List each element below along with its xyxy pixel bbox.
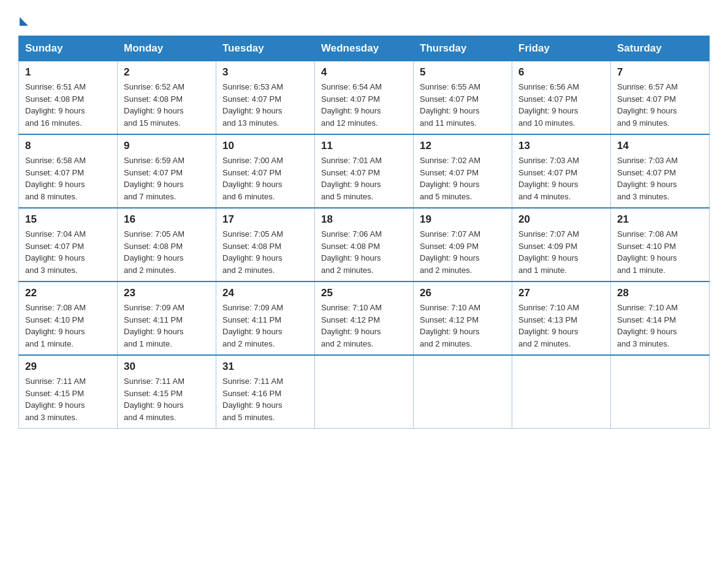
calendar-header-friday: Friday [512, 36, 611, 61]
calendar-cell: 10Sunrise: 7:00 AMSunset: 4:07 PMDayligh… [216, 134, 315, 208]
day-info: Sunrise: 7:11 AMSunset: 4:15 PMDaylight:… [124, 375, 210, 423]
calendar-header-saturday: Saturday [611, 36, 710, 61]
calendar-cell: 4Sunrise: 6:54 AMSunset: 4:07 PMDaylight… [315, 61, 414, 135]
page-header [18, 12, 710, 23]
calendar-week-row: 29Sunrise: 7:11 AMSunset: 4:15 PMDayligh… [19, 355, 710, 429]
day-number: 29 [25, 361, 111, 373]
day-info: Sunrise: 7:07 AMSunset: 4:09 PMDaylight:… [420, 228, 506, 276]
day-number: 27 [518, 287, 604, 299]
calendar-cell: 22Sunrise: 7:08 AMSunset: 4:10 PMDayligh… [19, 282, 118, 355]
logo [18, 12, 28, 23]
day-info: Sunrise: 7:09 AMSunset: 4:11 PMDaylight:… [124, 302, 210, 350]
calendar-cell: 18Sunrise: 7:06 AMSunset: 4:08 PMDayligh… [315, 208, 414, 282]
calendar-cell: 20Sunrise: 7:07 AMSunset: 4:09 PMDayligh… [512, 208, 611, 282]
day-number: 20 [518, 213, 604, 226]
day-number: 5 [420, 66, 506, 79]
day-info: Sunrise: 7:10 AMSunset: 4:12 PMDaylight:… [321, 302, 407, 350]
day-number: 30 [124, 361, 210, 373]
day-info: Sunrise: 6:56 AMSunset: 4:07 PMDaylight:… [518, 81, 604, 129]
day-number: 12 [420, 140, 506, 152]
calendar-cell: 19Sunrise: 7:07 AMSunset: 4:09 PMDayligh… [414, 208, 512, 282]
day-info: Sunrise: 6:57 AMSunset: 4:07 PMDaylight:… [617, 81, 703, 129]
calendar-header-row: SundayMondayTuesdayWednesdayThursdayFrid… [19, 36, 710, 61]
calendar-cell [315, 355, 414, 429]
calendar-cell: 31Sunrise: 7:11 AMSunset: 4:16 PMDayligh… [216, 355, 315, 429]
day-info: Sunrise: 7:04 AMSunset: 4:07 PMDaylight:… [25, 228, 111, 276]
calendar-week-row: 8Sunrise: 6:58 AMSunset: 4:07 PMDaylight… [19, 134, 710, 208]
day-number: 11 [321, 140, 407, 152]
day-number: 1 [25, 66, 111, 79]
calendar-header-tuesday: Tuesday [216, 36, 315, 61]
day-info: Sunrise: 7:10 AMSunset: 4:14 PMDaylight:… [617, 302, 703, 350]
day-number: 9 [124, 140, 210, 152]
day-number: 14 [617, 140, 703, 152]
day-info: Sunrise: 7:10 AMSunset: 4:13 PMDaylight:… [518, 302, 604, 350]
day-info: Sunrise: 6:53 AMSunset: 4:07 PMDaylight:… [222, 81, 308, 129]
day-info: Sunrise: 6:51 AMSunset: 4:08 PMDaylight:… [25, 81, 111, 129]
day-info: Sunrise: 7:05 AMSunset: 4:08 PMDaylight:… [124, 228, 210, 276]
day-info: Sunrise: 7:05 AMSunset: 4:08 PMDaylight:… [222, 228, 308, 276]
calendar-header-wednesday: Wednesday [315, 36, 414, 61]
day-info: Sunrise: 7:06 AMSunset: 4:08 PMDaylight:… [321, 228, 407, 276]
calendar-week-row: 22Sunrise: 7:08 AMSunset: 4:10 PMDayligh… [19, 282, 710, 355]
calendar-header-sunday: Sunday [19, 36, 118, 61]
day-number: 3 [222, 66, 308, 79]
calendar-cell: 23Sunrise: 7:09 AMSunset: 4:11 PMDayligh… [118, 282, 216, 355]
day-number: 26 [420, 287, 506, 299]
day-info: Sunrise: 7:10 AMSunset: 4:12 PMDaylight:… [420, 302, 506, 350]
calendar-cell [611, 355, 710, 429]
day-info: Sunrise: 6:59 AMSunset: 4:07 PMDaylight:… [124, 155, 210, 202]
day-number: 25 [321, 287, 407, 299]
calendar-cell: 12Sunrise: 7:02 AMSunset: 4:07 PMDayligh… [414, 134, 512, 208]
calendar-cell: 1Sunrise: 6:51 AMSunset: 4:08 PMDaylight… [19, 61, 118, 135]
day-number: 18 [321, 213, 407, 226]
day-number: 2 [124, 66, 210, 79]
calendar-cell: 14Sunrise: 7:03 AMSunset: 4:07 PMDayligh… [611, 134, 710, 208]
calendar-cell: 6Sunrise: 6:56 AMSunset: 4:07 PMDaylight… [512, 61, 611, 135]
calendar-cell: 30Sunrise: 7:11 AMSunset: 4:15 PMDayligh… [118, 355, 216, 429]
day-info: Sunrise: 6:58 AMSunset: 4:07 PMDaylight:… [25, 155, 111, 202]
logo-triangle-icon [20, 17, 28, 26]
day-number: 8 [25, 140, 111, 152]
day-info: Sunrise: 7:03 AMSunset: 4:07 PMDaylight:… [518, 155, 604, 202]
day-info: Sunrise: 7:03 AMSunset: 4:07 PMDaylight:… [617, 155, 703, 202]
day-number: 28 [617, 287, 703, 299]
day-number: 22 [25, 287, 111, 299]
calendar-cell: 8Sunrise: 6:58 AMSunset: 4:07 PMDaylight… [19, 134, 118, 208]
calendar-cell: 7Sunrise: 6:57 AMSunset: 4:07 PMDaylight… [611, 61, 710, 135]
day-number: 31 [222, 361, 308, 373]
day-info: Sunrise: 6:52 AMSunset: 4:08 PMDaylight:… [124, 81, 210, 129]
day-number: 21 [617, 213, 703, 226]
day-info: Sunrise: 7:00 AMSunset: 4:07 PMDaylight:… [222, 155, 308, 202]
calendar-cell: 9Sunrise: 6:59 AMSunset: 4:07 PMDaylight… [118, 134, 216, 208]
day-info: Sunrise: 7:01 AMSunset: 4:07 PMDaylight:… [321, 155, 407, 202]
calendar-cell: 11Sunrise: 7:01 AMSunset: 4:07 PMDayligh… [315, 134, 414, 208]
day-number: 16 [124, 213, 210, 226]
day-info: Sunrise: 7:07 AMSunset: 4:09 PMDaylight:… [518, 228, 604, 276]
calendar-cell: 21Sunrise: 7:08 AMSunset: 4:10 PMDayligh… [611, 208, 710, 282]
calendar-cell [414, 355, 512, 429]
day-number: 17 [222, 213, 308, 226]
calendar-cell: 27Sunrise: 7:10 AMSunset: 4:13 PMDayligh… [512, 282, 611, 355]
calendar-week-row: 1Sunrise: 6:51 AMSunset: 4:08 PMDaylight… [19, 61, 710, 135]
calendar-cell: 15Sunrise: 7:04 AMSunset: 4:07 PMDayligh… [19, 208, 118, 282]
day-info: Sunrise: 6:54 AMSunset: 4:07 PMDaylight:… [321, 81, 407, 129]
day-info: Sunrise: 7:08 AMSunset: 4:10 PMDaylight:… [25, 302, 111, 350]
calendar-cell: 29Sunrise: 7:11 AMSunset: 4:15 PMDayligh… [19, 355, 118, 429]
calendar-header-monday: Monday [118, 36, 216, 61]
calendar-cell: 16Sunrise: 7:05 AMSunset: 4:08 PMDayligh… [118, 208, 216, 282]
day-number: 13 [518, 140, 604, 152]
day-number: 4 [321, 66, 407, 79]
calendar-cell [512, 355, 611, 429]
calendar-cell: 25Sunrise: 7:10 AMSunset: 4:12 PMDayligh… [315, 282, 414, 355]
day-number: 15 [25, 213, 111, 226]
day-number: 24 [222, 287, 308, 299]
calendar-cell: 26Sunrise: 7:10 AMSunset: 4:12 PMDayligh… [414, 282, 512, 355]
day-info: Sunrise: 7:02 AMSunset: 4:07 PMDaylight:… [420, 155, 506, 202]
day-number: 6 [518, 66, 604, 79]
day-info: Sunrise: 7:11 AMSunset: 4:16 PMDaylight:… [222, 375, 308, 423]
calendar-table: SundayMondayTuesdayWednesdayThursdayFrid… [18, 36, 710, 429]
day-info: Sunrise: 7:11 AMSunset: 4:15 PMDaylight:… [25, 375, 111, 423]
calendar-cell: 3Sunrise: 6:53 AMSunset: 4:07 PMDaylight… [216, 61, 315, 135]
calendar-cell: 5Sunrise: 6:55 AMSunset: 4:07 PMDaylight… [414, 61, 512, 135]
